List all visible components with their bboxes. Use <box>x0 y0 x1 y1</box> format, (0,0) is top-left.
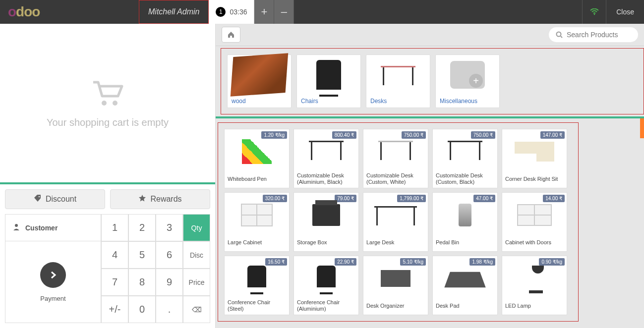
tag-icon <box>34 194 42 204</box>
category-desks[interactable]: Desks <box>366 55 430 108</box>
close-button[interactable]: Close <box>606 0 644 24</box>
product-card[interactable]: 800.40 ₹ Customizable Desk (Aluminium, B… <box>293 129 359 188</box>
product-scroll[interactable]: 1.20 ₹/kg Whiteboard Pen 800.40 ₹ Custom… <box>216 116 644 328</box>
discount-label: Discount <box>46 195 76 204</box>
key-1[interactable]: 1 <box>101 214 128 241</box>
search-icon <box>556 31 563 38</box>
scrollbar-thumb[interactable] <box>640 118 644 138</box>
product-name: LED Lamp <box>502 301 567 315</box>
product-name: Desk Pad <box>433 301 497 315</box>
product-grid: 1.20 ₹/kg Whiteboard Pen 800.40 ₹ Custom… <box>218 123 573 321</box>
svg-line-6 <box>561 36 562 38</box>
category-row: wood Chairs Desks Miscellaneous <box>221 49 506 114</box>
order-time: 03:36 <box>230 8 247 16</box>
payment-button[interactable]: Payment <box>5 241 101 323</box>
key-qty[interactable]: Qty <box>183 214 210 241</box>
key-dot[interactable]: . <box>156 296 183 323</box>
product-name: Pedal Bin <box>433 237 497 251</box>
product-card[interactable]: 79.00 ₹ Storage Box <box>293 192 359 252</box>
svg-point-0 <box>593 14 595 15</box>
key-9[interactable]: 9 <box>156 269 183 296</box>
cart-icon <box>90 78 125 108</box>
svg-point-2 <box>113 101 117 106</box>
home-icon <box>227 31 235 38</box>
category-wood[interactable]: wood <box>227 55 292 108</box>
product-card[interactable]: 1.98 ₹/kg Desk Pad <box>432 256 498 315</box>
product-name: Conference Chair (Steel) <box>225 297 289 315</box>
current-user[interactable]: Mitchell Admin <box>139 0 209 24</box>
key-3[interactable]: 3 <box>156 214 183 241</box>
svg-point-5 <box>557 32 561 37</box>
chevron-right-icon <box>40 262 66 288</box>
key-4[interactable]: 4 <box>101 241 128 269</box>
key-5[interactable]: 5 <box>128 241 156 269</box>
plus-icon: + <box>261 5 268 18</box>
product-card[interactable]: 16.50 ₹ Conference Chair (Steel) <box>224 256 290 315</box>
key-backspace[interactable]: ⌫ <box>183 296 210 323</box>
search-box[interactable] <box>549 27 638 42</box>
odoo-logo: odoo <box>0 4 55 20</box>
key-6[interactable]: 6 <box>156 241 183 269</box>
product-name: Storage Box <box>294 237 358 251</box>
search-input[interactable] <box>567 31 626 39</box>
star-icon <box>138 194 146 204</box>
rewards-label: Rewards <box>150 195 181 204</box>
product-card[interactable]: 750.00 ₹ Customizable Desk (Custom, Whit… <box>363 129 428 188</box>
category-misc[interactable]: Miscellaneous <box>435 55 500 108</box>
order-tabs: 1 03:36 + – <box>209 0 294 24</box>
home-button[interactable] <box>222 27 240 43</box>
product-price: 16.50 ₹ <box>265 258 287 266</box>
product-card[interactable]: 0.90 ₹/kg LED Lamp <box>502 256 567 315</box>
category-label: Miscellaneous <box>436 95 499 108</box>
svg-point-4 <box>15 224 18 227</box>
product-price: 79.00 ₹ <box>335 195 356 202</box>
key-price[interactable]: Price <box>183 269 210 296</box>
product-price: 1.98 ₹/kg <box>469 258 495 266</box>
rewards-button[interactable]: Rewards <box>110 189 210 209</box>
key-plusminus[interactable]: +/- <box>101 296 128 323</box>
product-card[interactable]: 750.00 ₹ Customizable Desk (Custom, Blac… <box>432 129 498 188</box>
add-order-button[interactable]: + <box>254 0 274 24</box>
customer-label: Customer <box>25 224 58 232</box>
product-card[interactable]: 1,799.00 ₹ Large Desk <box>363 192 428 252</box>
category-chairs[interactable]: Chairs <box>296 55 361 108</box>
discount-button[interactable]: Discount <box>5 189 105 209</box>
wifi-icon <box>582 0 606 24</box>
numpad: 1 2 3 Qty 4 5 6 Disc 7 8 9 Price +/- 0 .… <box>101 214 210 323</box>
product-price: 22.90 ₹ <box>335 258 356 266</box>
key-0[interactable]: 0 <box>128 296 156 323</box>
key-2[interactable]: 2 <box>128 214 156 241</box>
product-price: 14.00 ₹ <box>543 195 565 202</box>
product-name: Desk Organizer <box>363 301 428 315</box>
product-card[interactable]: 320.00 ₹ Large Cabinet <box>224 192 290 252</box>
product-card[interactable]: 147.00 ₹ Corner Desk Right Sit <box>502 129 567 188</box>
product-card[interactable]: 5.10 ₹/kg Desk Organizer <box>363 256 428 315</box>
product-card[interactable]: 22.90 ₹ Conference Chair (Aluminium) <box>293 256 359 315</box>
product-name: Customizable Desk (Custom, White) <box>363 170 428 188</box>
product-name: Conference Chair (Aluminium) <box>294 297 358 315</box>
product-toolbar <box>216 24 644 46</box>
product-name: Large Desk <box>363 237 428 251</box>
payment-label: Payment <box>40 295 65 302</box>
key-8[interactable]: 8 <box>128 269 156 296</box>
key-7[interactable]: 7 <box>101 269 128 296</box>
product-panel: wood Chairs Desks Miscellaneous <box>216 24 644 328</box>
product-card[interactable]: 14.00 ₹ Cabinet with Doors <box>502 192 567 252</box>
product-name: Cabinet with Doors <box>502 237 567 251</box>
cart-area: Your shopping cart is empty <box>0 24 215 182</box>
category-label: wood <box>228 95 291 108</box>
product-card[interactable]: 47.00 ₹ Pedal Bin <box>432 192 498 252</box>
product-price: 47.00 ₹ <box>473 195 495 202</box>
minus-icon: – <box>281 5 287 18</box>
product-card[interactable]: 1.20 ₹/kg Whiteboard Pen <box>224 129 290 188</box>
remove-order-button[interactable]: – <box>274 0 294 24</box>
category-label: Desks <box>366 95 430 108</box>
product-price: 1,799.00 ₹ <box>397 195 426 202</box>
order-tab-active[interactable]: 1 03:36 <box>209 0 254 24</box>
product-name: Corner Desk Right Sit <box>502 174 567 188</box>
order-number-badge: 1 <box>216 7 226 17</box>
left-panel: Your shopping cart is empty Discount Rew… <box>0 24 216 328</box>
customer-button[interactable]: Customer <box>5 214 101 241</box>
key-disc[interactable]: Disc <box>183 241 210 269</box>
product-price: 147.00 ₹ <box>540 131 565 139</box>
